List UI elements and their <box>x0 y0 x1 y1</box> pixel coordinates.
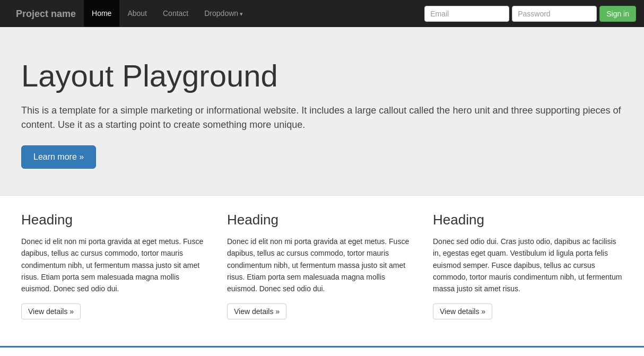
signin-button[interactable]: Sign in <box>599 6 636 22</box>
hero-section: Layout Playground This is a template for… <box>0 27 644 196</box>
learn-more-button[interactable]: Learn more » <box>21 145 96 169</box>
col2-heading: Heading <box>227 212 417 228</box>
nav-link-dropdown[interactable]: Dropdown <box>196 0 251 27</box>
content-col-2: Heading Donec id elit non mi porta gravi… <box>227 212 417 319</box>
col1-heading: Heading <box>21 212 211 228</box>
col2-body: Donec id elit non mi porta gravida at eg… <box>227 236 417 295</box>
content-area: Heading Donec id elit non mi porta gravi… <box>0 196 644 341</box>
hero-title: Layout Playground <box>21 59 623 93</box>
nav-item-contact[interactable]: Contact <box>155 0 196 27</box>
content-col-1: Heading Donec id elit non mi porta gravi… <box>21 212 211 319</box>
col1-view-details-button[interactable]: View details » <box>21 303 81 319</box>
nav-link-about[interactable]: About <box>119 0 155 27</box>
password-input[interactable] <box>512 6 597 22</box>
footer-line <box>0 346 644 348</box>
navbar-brand[interactable]: Project name <box>8 1 84 27</box>
nav-item-home[interactable]: Home <box>84 0 119 27</box>
navbar-right: Sign in <box>424 6 636 22</box>
col3-view-details-button[interactable]: View details » <box>433 303 492 319</box>
nav-item-dropdown[interactable]: Dropdown <box>196 0 251 27</box>
navbar: Project name Home About Contact Dropdown… <box>0 0 644 27</box>
email-input[interactable] <box>424 6 509 22</box>
col2-view-details-button[interactable]: View details » <box>227 303 286 319</box>
content-col-3: Heading Donec sed odio dui. Cras justo o… <box>433 212 623 319</box>
col1-body: Donec id elit non mi porta gravida at eg… <box>21 236 211 295</box>
nav-link-contact[interactable]: Contact <box>155 0 196 27</box>
nav-link-home[interactable]: Home <box>84 0 119 27</box>
col3-body: Donec sed odio dui. Cras justo odio, dap… <box>433 236 623 295</box>
nav-item-about[interactable]: About <box>119 0 155 27</box>
navbar-nav: Home About Contact Dropdown <box>84 0 251 27</box>
col3-heading: Heading <box>433 212 623 228</box>
hero-description: This is a template for a simple marketin… <box>21 103 623 132</box>
